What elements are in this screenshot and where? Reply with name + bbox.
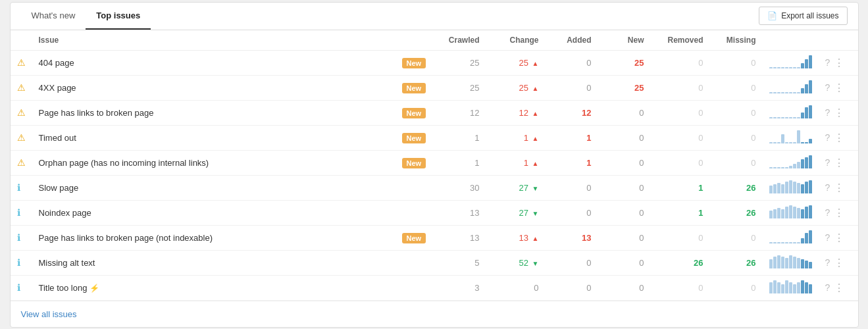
bar xyxy=(777,117,780,118)
change-value: 27 ▼ xyxy=(486,175,546,200)
bar xyxy=(797,162,800,168)
issue-name[interactable]: Missing alt text xyxy=(32,250,396,275)
tab-whats-new[interactable]: What's new xyxy=(21,3,86,30)
sparkline-chart xyxy=(769,130,812,143)
help-icon[interactable]: ? xyxy=(825,207,830,218)
help-icon[interactable]: ? xyxy=(825,232,830,243)
bar xyxy=(785,117,788,118)
bar xyxy=(809,55,812,68)
added-value: 0 xyxy=(546,200,598,225)
more-options-icon[interactable]: ⋮ xyxy=(834,132,844,144)
help-icon[interactable]: ? xyxy=(825,282,830,293)
change-value: 25 ▲ xyxy=(486,75,546,100)
bar xyxy=(797,282,800,293)
issue-name[interactable]: 4XX page xyxy=(32,75,396,100)
help-icon[interactable]: ? xyxy=(825,132,830,143)
help-icon[interactable]: ? xyxy=(825,57,830,68)
help-icon[interactable]: ? xyxy=(825,257,830,268)
sparkline-cell xyxy=(763,250,819,275)
export-button[interactable]: 📄 Export all issues xyxy=(759,7,847,25)
added-value: 0 xyxy=(546,275,598,300)
issue-name[interactable]: Noindex page xyxy=(32,200,396,225)
issue-name[interactable]: Orphan page (has no incoming internal li… xyxy=(32,150,396,175)
change-value: 25 ▲ xyxy=(486,50,546,75)
issue-name[interactable]: Title too long ⚡ xyxy=(32,275,396,300)
sparkline-chart xyxy=(769,230,812,243)
more-options-icon[interactable]: ⋮ xyxy=(834,157,844,169)
issue-name[interactable]: Slow page xyxy=(32,175,396,200)
bar xyxy=(769,211,773,218)
badge-cell xyxy=(396,275,434,300)
added-value: 0 xyxy=(546,50,598,75)
more-options-icon[interactable]: ⋮ xyxy=(834,207,844,219)
tab-group: What's new Top issues xyxy=(21,3,151,30)
table-row: ℹNoindex page1327 ▼00126 ? ⋮ xyxy=(11,200,858,225)
new-badge: New xyxy=(402,133,426,143)
removed-value: 0 xyxy=(651,150,710,175)
help-icon[interactable]: ? xyxy=(825,82,830,93)
more-options-icon[interactable]: ⋮ xyxy=(834,107,844,119)
row-icon-cell: ℹ xyxy=(11,275,32,300)
row-icon-cell: ℹ xyxy=(11,200,32,225)
crawled-value: 5 xyxy=(434,250,486,275)
bar xyxy=(777,255,780,268)
bar xyxy=(809,284,812,293)
bar xyxy=(769,67,773,68)
col-badge xyxy=(396,30,434,51)
bar xyxy=(777,167,780,168)
more-options-icon[interactable]: ⋮ xyxy=(834,182,844,194)
more-options-icon[interactable]: ⋮ xyxy=(834,257,844,269)
change-value: 27 ▼ xyxy=(486,200,546,225)
actions-cell: ? ⋮ xyxy=(819,150,858,175)
bar xyxy=(793,242,796,243)
more-options-icon[interactable]: ⋮ xyxy=(834,282,844,294)
bar xyxy=(805,282,808,293)
sparkline-chart xyxy=(769,80,812,93)
more-options-icon[interactable]: ⋮ xyxy=(834,82,844,94)
new-value: 0 xyxy=(598,225,651,250)
bar xyxy=(773,209,777,218)
more-options-icon[interactable]: ⋮ xyxy=(834,57,844,69)
bar xyxy=(785,142,788,143)
help-icon[interactable]: ? xyxy=(825,182,830,193)
issue-name[interactable]: Timed out xyxy=(32,125,396,150)
bar xyxy=(801,209,804,218)
bar xyxy=(805,182,808,193)
issue-name[interactable]: Page has links to broken page (not index… xyxy=(32,225,396,250)
help-icon[interactable]: ? xyxy=(825,157,830,168)
table-row: ℹPage has links to broken page (not inde… xyxy=(11,225,858,250)
bar xyxy=(801,184,804,193)
table-header-row: Issue Crawled Change Added New Removed M… xyxy=(11,30,858,51)
more-options-icon[interactable]: ⋮ xyxy=(834,232,844,244)
bar xyxy=(793,67,796,68)
tab-top-issues[interactable]: Top issues xyxy=(86,3,151,30)
bar xyxy=(789,92,792,93)
bar xyxy=(793,117,796,118)
missing-value: 0 xyxy=(710,100,763,125)
change-value: 1 ▲ xyxy=(486,125,546,150)
issue-name[interactable]: Page has links to broken page xyxy=(32,100,396,125)
bar xyxy=(773,92,777,93)
crawled-value: 12 xyxy=(434,100,486,125)
missing-value: 0 xyxy=(710,225,763,250)
new-value: 0 xyxy=(598,275,651,300)
bar xyxy=(773,167,777,168)
missing-value: 0 xyxy=(710,75,763,100)
change-value: 13 ▲ xyxy=(486,225,546,250)
bar xyxy=(773,280,777,293)
crawled-value: 25 xyxy=(434,75,486,100)
help-icon[interactable]: ? xyxy=(825,107,830,118)
warning-icon: ⚠ xyxy=(17,132,26,143)
new-value: 0 xyxy=(598,250,651,275)
view-all-link[interactable]: View all issues xyxy=(21,309,77,319)
bar xyxy=(785,242,788,243)
bar xyxy=(789,205,792,218)
removed-value: 0 xyxy=(651,125,710,150)
removed-value: 1 xyxy=(651,175,710,200)
issue-name[interactable]: 404 page xyxy=(32,50,396,75)
bar xyxy=(805,207,808,218)
info-icon: ℹ xyxy=(17,282,20,293)
col-icon xyxy=(11,30,32,51)
bar xyxy=(781,134,784,143)
bar xyxy=(801,280,804,293)
